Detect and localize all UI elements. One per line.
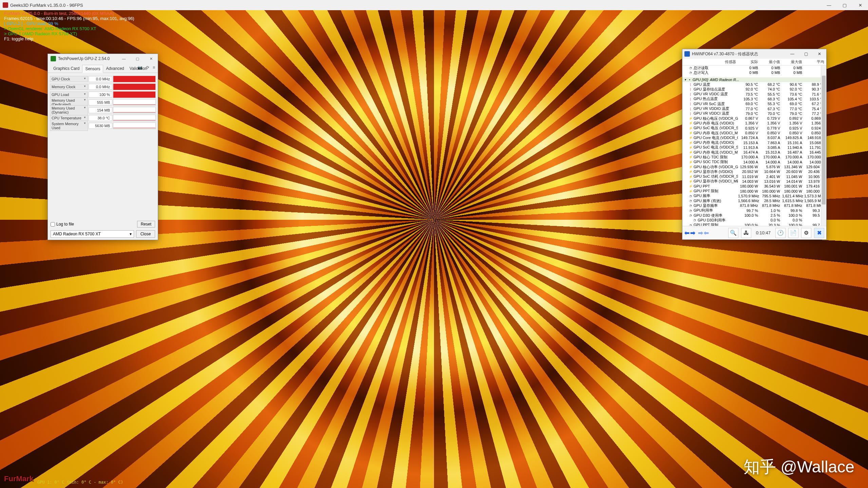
device-selector[interactable]: AMD Radeon RX 5700 XT ▾ <box>51 230 134 238</box>
close-button[interactable]: Close <box>136 230 155 238</box>
gear-icon[interactable]: ⚙ <box>801 228 811 238</box>
row-cur: 1.356 V <box>738 121 760 125</box>
maximize-button[interactable]: ▢ <box>837 0 852 10</box>
close-button[interactable]: ✕ <box>852 0 868 10</box>
gpuz-maximize-button[interactable]: ▢ <box>131 54 144 63</box>
hwinfo-window[interactable]: HWiNFO64 v7.30-4870 - 传感器状态 — ▢ ✕ 传感器 实际… <box>682 49 827 240</box>
hwinfo-maximize-button[interactable]: ▢ <box>799 49 813 59</box>
stop-icon[interactable]: ✖ <box>814 228 824 238</box>
hwinfo-row[interactable]: ⚡ GPU 内存 电流 (VDDCI_M... 16.474 A 15.313 … <box>682 150 826 155</box>
gpuz-minimize-button[interactable]: — <box>117 54 131 63</box>
group-name: GPU [#0]: AMD Radeon R... <box>693 78 826 82</box>
sensor-label[interactable]: GPU Clock▼ <box>50 76 88 82</box>
search-icon[interactable]: 🔍 <box>728 228 738 238</box>
row-max: 0.892 V <box>782 116 804 120</box>
gpuz-title: TechPowerUp GPU-Z 2.54.0 <box>58 56 110 61</box>
hwinfo-row[interactable]: | GPU VR VDDC 温度 73.5 °C 55.5 °C 73.6 °C… <box>682 92 826 96</box>
hwinfo-row[interactable]: ◔ GPU 频率 1,570.9 MHz 795.5 MHz 1,621.4 M… <box>682 194 826 198</box>
arrow-left-dim-icon[interactable]: ⬅ <box>704 229 709 237</box>
tab-advanced[interactable]: Advanced <box>103 65 127 73</box>
hwinfo-row[interactable]: ⚡ GPU 核心 TDC 限制 170.000 A 170.000 A 170.… <box>682 155 826 159</box>
hwinfo-row[interactable]: | GPU VR SoC 温度 69.0 °C 55.3 °C 69.0 °C … <box>682 101 826 106</box>
sensor-label[interactable]: GPU Load▼ <box>50 92 88 98</box>
hwinfo-group-row[interactable]: ▾▪GPU [#0]: AMD Radeon R... <box>682 77 826 82</box>
hwinfo-row[interactable]: ⚡ GPU PPT 限制 180.000 W 180.000 W 180.000… <box>682 189 826 193</box>
scrollbar[interactable] <box>821 65 826 226</box>
hwinfo-row[interactable]: ⚡ GPU 内存 电流 (VDDIO) 15.153 A 7.863 A 15.… <box>682 140 826 145</box>
reset-button[interactable]: Reset <box>137 221 155 228</box>
hwinfo-row[interactable]: ◔ GPU利用率 99.7 % 1.0 % 99.8 % 99.3 % <box>682 208 826 213</box>
arrow-right-dim-icon[interactable]: ➡ <box>698 229 703 237</box>
row-cur: 180.000 W <box>738 184 760 188</box>
hwinfo-minimize-button[interactable]: — <box>786 49 799 59</box>
arrow-left-icon[interactable]: ⬅ <box>684 229 690 237</box>
row-cur: 92.0 °C <box>738 87 760 91</box>
row-name: GPU利用率 <box>694 208 738 213</box>
furmark-icon <box>3 2 8 8</box>
row-name: GPU 内存 电流 (VDDCI_M... <box>694 150 738 155</box>
sensor-label[interactable]: Memory Clock▼ <box>50 84 88 90</box>
gpuz-window[interactable]: TechPowerUp GPU-Z 2.54.0 — ▢ ✕ 📷 ⟳ ≡ Gra… <box>48 54 158 240</box>
hwinfo-row[interactable]: ⚡ GPU 显存功率 (VDDCI_MEM) 14.003 W 13.016 W… <box>682 179 826 184</box>
hwinfo-row[interactable]: ◔ GPU 频率 (有效) 1,566.6 MHz 28.5 MHz 1,615… <box>682 198 826 203</box>
col-current[interactable]: 实际 <box>738 59 760 64</box>
gpuz-close-button[interactable]: ✕ <box>144 54 158 63</box>
sensor-value: 154 MB <box>89 107 112 113</box>
hwinfo-row[interactable]: ⚡ GPU PPT 180.000 W 36.543 W 180.001 W 1… <box>682 184 826 189</box>
osd-line5: F1: toggle help <box>4 36 134 41</box>
col-min[interactable]: 最小值 <box>760 59 782 64</box>
hwinfo-row[interactable]: ◔ 总计读取 0 MB 0 MB 0 MB <box>682 65 826 70</box>
row-cur: 105.3 °C <box>738 97 760 101</box>
sensor-label[interactable]: Memory Used (Dynamic)▼ <box>50 105 88 115</box>
col-sensor[interactable]: 传感器 <box>682 59 738 64</box>
row-max: 100.0 % <box>782 213 804 217</box>
hwinfo-row[interactable]: ⚡ GPU 核心功率 (VDDCR_GFX) 129.936 W 5.876 W… <box>682 164 826 169</box>
gpuz-titlebar[interactable]: TechPowerUp GPU-Z 2.54.0 — ▢ ✕ <box>48 54 158 63</box>
log-checkbox-input[interactable] <box>51 222 55 227</box>
hwinfo-row[interactable]: ⚡ GPU Core 电流 (VDDCR_G... 149.724 A 8.03… <box>682 135 826 140</box>
row-min: 0 MB <box>760 66 782 70</box>
col-avg[interactable]: 平均 <box>804 59 826 64</box>
hwinfo-row[interactable]: ⚡ GPU 显存功率 (VDDIO) 20.552 W 10.664 W 20.… <box>682 169 826 174</box>
hwinfo-row[interactable]: | GPU VR VDDCI 温度 79.0 °C 70.0 °C 79.0 °… <box>682 111 826 116</box>
tab-graphics-card[interactable]: Graphics Card <box>51 65 82 73</box>
hwinfo-row[interactable]: ⚡ GPU 核心电压 (VDDCR_GFX) 0.867 V 0.729 V 0… <box>682 116 826 121</box>
minimize-button[interactable]: — <box>821 0 837 10</box>
hwinfo-row[interactable]: ⚡ GPU SoC 电压 (VDDCR_S... 0.925 V 0.778 V… <box>682 126 826 131</box>
hwinfo-row[interactable]: | GPU 显存结点温度 92.0 °C 74.0 °C 92.0 °C 90.… <box>682 87 826 92</box>
hwinfo-row[interactable]: | GPU VR VDDIO 温度 77.0 °C 67.3 °C 77.0 °… <box>682 106 826 111</box>
sensor-label[interactable]: System Memory Used▼ <box>50 121 88 131</box>
scrollbar-thumb[interactable] <box>822 76 826 204</box>
hwinfo-row[interactable]: ◔ GPU PPT 限制 100.0 % 20.3 % 100.0 % 99.7… <box>682 223 826 226</box>
network-icon[interactable]: 🖧 <box>741 228 751 238</box>
tab-sensors[interactable]: Sensors <box>82 65 103 73</box>
hwinfo-row[interactable]: ⚡ GPU 内存 电压 (VDDCI_M... 0.850 V 0.850 V … <box>682 131 826 135</box>
hwinfo-row[interactable]: ⚡ GPU SoC 电流 (VDDCR_S... 11.913 A 3.085 … <box>682 145 826 150</box>
chevron-down-icon: ▼ <box>83 93 86 97</box>
hwinfo-row[interactable]: | GPU 热点温度 105.3 °C 68.3 °C 105.4 °C 103… <box>682 97 826 101</box>
hwinfo-row[interactable]: | GPU 温度 90.5 °C 68.2 °C 90.6 °C 88.9 °C <box>682 82 826 87</box>
row-cur: 129.936 W <box>738 165 760 169</box>
arrow-right-icon[interactable]: ➡ <box>690 229 695 237</box>
row-name: GPU VR VDDC 温度 <box>694 92 738 97</box>
hwinfo-row[interactable]: ◔ GPU D3D 使用率 100.0 % 2.5 % 100.0 % 99.5… <box>682 213 826 218</box>
hwinfo-row[interactable]: ⚡ GPU SoC 功耗 (VDDCR_S... 11.019 W 2.401 … <box>682 174 826 179</box>
volt-icon: ⚡ <box>688 145 693 150</box>
hwinfo-row[interactable]: ⚡ GPU 内存 电压 (VDDIO) 1.356 V 1.356 V 1.35… <box>682 121 826 125</box>
hwinfo-titlebar[interactable]: HWiNFO64 v7.30-4870 - 传感器状态 — ▢ ✕ <box>682 49 826 59</box>
save-icon[interactable]: 📄 <box>788 228 798 238</box>
hwinfo-close-button[interactable]: ✕ <box>813 49 826 59</box>
refresh-icon[interactable]: ⟳ <box>146 65 149 70</box>
camera-icon[interactable]: 📷 <box>137 65 143 70</box>
menu-icon[interactable]: ≡ <box>153 65 155 70</box>
log-to-file-checkbox[interactable]: Log to file <box>51 222 74 227</box>
row-min: 3.085 A <box>760 145 782 150</box>
col-max[interactable]: 最大值 <box>782 59 804 64</box>
hwinfo-row[interactable]: ◔ 总计写入 0 MB 0 MB 0 MB <box>682 70 826 75</box>
clock-icon[interactable]: 🕐 <box>775 228 786 238</box>
hwinfo-row[interactable]: ◔ GPU 显存频率 871.8 MHz 871.8 MHz 871.8 MHz… <box>682 203 826 208</box>
sensor-label[interactable]: CPU Temperature▼ <box>50 115 88 121</box>
hwinfo-row[interactable]: ⚡ GPU SOC TDC 限制 14.000 A 14.000 A 14.00… <box>682 160 826 164</box>
hwinfo-row[interactable]: ◔ GPU D3D利用率 0.0 % 0.0 % <box>682 218 826 222</box>
sensor-row: Memory Clock▼ 0.0 MHz <box>50 83 156 91</box>
